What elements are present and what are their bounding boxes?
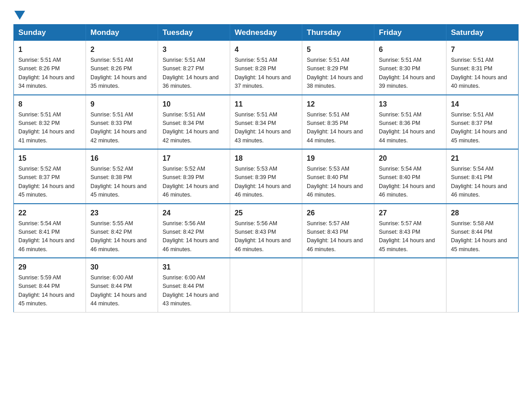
day-info: Sunrise: 5:51 AMSunset: 8:26 PMDaylight:… [18,56,81,91]
day-info: Sunrise: 5:51 AMSunset: 8:30 PMDaylight:… [379,56,442,91]
day-info: Sunrise: 5:51 AMSunset: 8:37 PMDaylight:… [451,111,514,146]
day-info: Sunrise: 5:53 AMSunset: 8:40 PMDaylight:… [307,165,369,200]
calendar-cell: 24Sunrise: 5:56 AMSunset: 8:42 PMDayligh… [158,204,230,258]
calendar-cell: 17Sunrise: 5:52 AMSunset: 8:39 PMDayligh… [158,149,230,204]
calendar-week-row-1: 1Sunrise: 5:51 AMSunset: 8:26 PMDaylight… [14,41,519,95]
day-number: 7 [451,44,514,55]
calendar-cell: 25Sunrise: 5:56 AMSunset: 8:43 PMDayligh… [230,204,302,258]
day-info: Sunrise: 5:51 AMSunset: 8:26 PMDaylight:… [90,56,153,91]
calendar-header-row: SundayMondayTuesdayWednesdayThursdayFrid… [14,25,519,41]
day-number: 10 [163,99,225,110]
day-number: 8 [18,99,81,110]
day-number: 25 [235,208,297,218]
calendar-cell: 23Sunrise: 5:55 AMSunset: 8:42 PMDayligh… [86,204,158,258]
day-number: 13 [379,99,442,110]
day-number: 2 [90,44,153,55]
calendar-cell: 8Sunrise: 5:51 AMSunset: 8:32 PMDaylight… [14,95,86,150]
calendar-cell [230,258,302,312]
calendar-header-thursday: Thursday [302,25,374,41]
calendar-cell [446,258,519,312]
day-info: Sunrise: 5:56 AMSunset: 8:43 PMDaylight:… [235,219,297,254]
day-info: Sunrise: 6:00 AMSunset: 8:44 PMDaylight:… [163,274,225,308]
calendar-cell: 29Sunrise: 5:59 AMSunset: 8:44 PMDayligh… [14,258,86,312]
calendar-cell: 10Sunrise: 5:51 AMSunset: 8:34 PMDayligh… [158,95,230,150]
calendar-week-row-4: 22Sunrise: 5:54 AMSunset: 8:41 PMDayligh… [14,204,519,258]
calendar-cell: 7Sunrise: 5:51 AMSunset: 8:31 PMDaylight… [446,41,519,95]
calendar-cell: 3Sunrise: 5:51 AMSunset: 8:27 PMDaylight… [158,41,230,95]
day-info: Sunrise: 6:00 AMSunset: 8:44 PMDaylight:… [90,274,153,308]
day-number: 4 [235,44,297,55]
day-info: Sunrise: 5:51 AMSunset: 8:32 PMDaylight:… [18,111,81,146]
calendar-cell: 28Sunrise: 5:58 AMSunset: 8:44 PMDayligh… [446,204,519,258]
calendar-table: SundayMondayTuesdayWednesdayThursdayFrid… [13,24,519,313]
day-info: Sunrise: 5:51 AMSunset: 8:29 PMDaylight:… [307,56,369,91]
calendar-cell: 4Sunrise: 5:51 AMSunset: 8:28 PMDaylight… [230,41,302,95]
calendar-header-saturday: Saturday [446,25,519,41]
day-info: Sunrise: 5:51 AMSunset: 8:36 PMDaylight:… [379,111,442,146]
logo [13,9,26,16]
calendar-cell: 11Sunrise: 5:51 AMSunset: 8:34 PMDayligh… [230,95,302,150]
day-number: 21 [451,153,514,164]
calendar-cell: 21Sunrise: 5:54 AMSunset: 8:41 PMDayligh… [446,149,519,204]
calendar-cell: 13Sunrise: 5:51 AMSunset: 8:36 PMDayligh… [374,95,446,150]
calendar-cell: 14Sunrise: 5:51 AMSunset: 8:37 PMDayligh… [446,95,519,150]
day-info: Sunrise: 5:51 AMSunset: 8:31 PMDaylight:… [451,56,514,91]
day-number: 22 [18,208,81,218]
day-number: 14 [451,99,514,110]
day-info: Sunrise: 5:51 AMSunset: 8:35 PMDaylight:… [307,111,369,146]
day-info: Sunrise: 5:51 AMSunset: 8:28 PMDaylight:… [235,56,297,91]
day-number: 27 [379,208,442,218]
calendar-cell: 12Sunrise: 5:51 AMSunset: 8:35 PMDayligh… [302,95,374,150]
day-number: 16 [90,153,153,164]
calendar-cell: 20Sunrise: 5:54 AMSunset: 8:40 PMDayligh… [374,149,446,204]
header [13,9,519,16]
day-number: 1 [18,44,81,55]
calendar-cell: 6Sunrise: 5:51 AMSunset: 8:30 PMDaylight… [374,41,446,95]
day-number: 6 [379,44,442,55]
day-info: Sunrise: 5:51 AMSunset: 8:27 PMDaylight:… [163,56,225,91]
calendar-cell: 30Sunrise: 6:00 AMSunset: 8:44 PMDayligh… [86,258,158,312]
calendar-cell: 31Sunrise: 6:00 AMSunset: 8:44 PMDayligh… [158,258,230,312]
day-info: Sunrise: 5:52 AMSunset: 8:37 PMDaylight:… [18,165,81,200]
day-number: 9 [90,99,153,110]
day-info: Sunrise: 5:51 AMSunset: 8:34 PMDaylight:… [163,111,225,146]
day-number: 20 [379,153,442,164]
calendar-header-friday: Friday [374,25,446,41]
day-number: 19 [307,153,369,164]
day-info: Sunrise: 5:58 AMSunset: 8:44 PMDaylight:… [451,219,514,254]
calendar-cell: 18Sunrise: 5:53 AMSunset: 8:39 PMDayligh… [230,149,302,204]
calendar-header-wednesday: Wednesday [230,25,302,41]
day-info: Sunrise: 5:52 AMSunset: 8:39 PMDaylight:… [163,165,225,200]
calendar-cell: 22Sunrise: 5:54 AMSunset: 8:41 PMDayligh… [14,204,86,258]
calendar-cell: 2Sunrise: 5:51 AMSunset: 8:26 PMDaylight… [86,41,158,95]
calendar-cell: 27Sunrise: 5:57 AMSunset: 8:43 PMDayligh… [374,204,446,258]
calendar-header-sunday: Sunday [14,25,86,41]
day-number: 17 [163,153,225,164]
calendar-cell: 26Sunrise: 5:57 AMSunset: 8:43 PMDayligh… [302,204,374,258]
day-number: 30 [90,262,153,273]
calendar-week-row-5: 29Sunrise: 5:59 AMSunset: 8:44 PMDayligh… [14,258,519,312]
day-info: Sunrise: 5:53 AMSunset: 8:39 PMDaylight:… [235,165,297,200]
calendar-week-row-3: 15Sunrise: 5:52 AMSunset: 8:37 PMDayligh… [14,149,519,204]
day-info: Sunrise: 5:57 AMSunset: 8:43 PMDaylight:… [379,219,442,254]
day-number: 18 [235,153,297,164]
logo-triangle-icon [14,11,25,20]
day-number: 12 [307,99,369,110]
day-info: Sunrise: 5:54 AMSunset: 8:41 PMDaylight:… [451,165,514,200]
day-info: Sunrise: 5:54 AMSunset: 8:41 PMDaylight:… [18,219,81,254]
day-number: 3 [163,44,225,55]
calendar-cell: 1Sunrise: 5:51 AMSunset: 8:26 PMDaylight… [14,41,86,95]
calendar-cell: 9Sunrise: 5:51 AMSunset: 8:33 PMDaylight… [86,95,158,150]
calendar-cell: 16Sunrise: 5:52 AMSunset: 8:38 PMDayligh… [86,149,158,204]
day-info: Sunrise: 5:51 AMSunset: 8:34 PMDaylight:… [235,111,297,146]
day-number: 26 [307,208,369,218]
calendar-cell [302,258,374,312]
day-number: 15 [18,153,81,164]
day-info: Sunrise: 5:52 AMSunset: 8:38 PMDaylight:… [90,165,153,200]
calendar-week-row-2: 8Sunrise: 5:51 AMSunset: 8:32 PMDaylight… [14,95,519,150]
calendar-cell: 15Sunrise: 5:52 AMSunset: 8:37 PMDayligh… [14,149,86,204]
day-info: Sunrise: 5:57 AMSunset: 8:43 PMDaylight:… [307,219,369,254]
calendar-cell: 19Sunrise: 5:53 AMSunset: 8:40 PMDayligh… [302,149,374,204]
day-number: 11 [235,99,297,110]
day-info: Sunrise: 5:51 AMSunset: 8:33 PMDaylight:… [90,111,153,146]
